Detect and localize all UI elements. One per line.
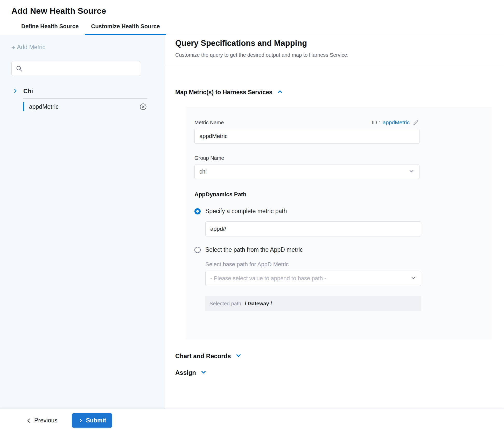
previous-label: Previous [34, 417, 57, 424]
metric-search-input[interactable] [11, 61, 141, 76]
metric-name-label: Metric Name [194, 120, 224, 126]
radio-complete-label: Specify a complete metric path [205, 208, 287, 215]
metric-search [11, 61, 141, 76]
add-health-source-dialog: Add New Health Source Define Health Sour… [0, 0, 504, 432]
submit-label: Submit [86, 417, 106, 424]
page-title: Add New Health Source [11, 6, 504, 16]
metric-tree: Chi appdMetric [11, 85, 149, 115]
id-prefix-label: ID : [372, 119, 380, 126]
pencil-icon [413, 119, 419, 126]
metric-name-input[interactable] [194, 129, 419, 144]
add-metric-button[interactable]: + Add Metric [11, 44, 45, 51]
metric-name-row: Metric Name ID : appdMetric [194, 119, 419, 126]
add-metric-label: Add Metric [17, 44, 45, 51]
chevron-right-icon[interactable] [12, 88, 18, 95]
metric-item-label: appdMetric [29, 103, 139, 110]
group-name-select[interactable]: chi [194, 164, 419, 179]
base-path-label: Select base path for AppD Metric [205, 261, 492, 268]
edit-id-button[interactable] [412, 119, 419, 126]
section-title: Query Specifications and Mapping [175, 39, 492, 48]
id-value-link[interactable]: appdMetric [383, 119, 410, 126]
chevron-down-icon[interactable] [200, 369, 207, 377]
metric-list-item-selected[interactable]: appdMetric [23, 99, 148, 115]
chevron-down-icon [410, 275, 416, 282]
radio-select-label: Select the path from the AppD metric [205, 246, 303, 253]
chevron-down-icon[interactable] [235, 352, 242, 360]
metrics-sidebar: + Add Metric Chi [0, 35, 165, 409]
chart-and-records-toggle[interactable]: Chart and Records [175, 352, 492, 360]
main-header: Query Specifications and Mapping Customi… [165, 35, 504, 65]
tab-define-health-source[interactable]: Define Health Source [15, 19, 85, 35]
radio-complete-metric-path[interactable]: Specify a complete metric path [194, 208, 492, 215]
map-metrics-section-title: Map Metric(s) to Harness Services [175, 89, 272, 96]
plus-icon: + [11, 45, 15, 50]
radio-selected-icon[interactable] [194, 208, 201, 214]
chevron-left-icon [26, 418, 32, 423]
previous-button[interactable]: Previous [26, 417, 57, 424]
base-path-placeholder: - Please select value to append to base … [210, 275, 326, 282]
selected-indicator [23, 102, 24, 111]
section-subtitle: Customize the query to get the desired o… [175, 52, 492, 58]
complete-path-wrap [205, 215, 492, 236]
selected-path-bar: Selected path / Gateway / [205, 296, 421, 311]
chevron-up-icon[interactable] [277, 88, 283, 96]
dialog-header: Add New Health Source [0, 0, 504, 19]
radio-unselected-icon[interactable] [194, 247, 201, 253]
metric-id: ID : appdMetric [372, 119, 419, 126]
chevron-right-icon [78, 418, 83, 423]
tab-customize-health-source[interactable]: Customize Health Source [85, 19, 166, 35]
main-body: Map Metric(s) to Harness Services Metric… [165, 65, 504, 409]
map-metrics-section-toggle[interactable]: Map Metric(s) to Harness Services [175, 88, 492, 96]
remove-circle-icon [139, 103, 147, 111]
assign-title: Assign [175, 369, 196, 376]
radio-select-appd-path[interactable]: Select the path from the AppD metric [194, 246, 492, 253]
appdynamics-path-title: AppDynamics Path [194, 191, 492, 198]
delete-metric-button[interactable] [139, 102, 148, 111]
group-name-label: Group Name [194, 155, 492, 161]
map-metrics-panel: Metric Name ID : appdMetric Gr [186, 107, 492, 339]
base-path-select[interactable]: - Please select value to append to base … [205, 271, 421, 286]
metric-group-row[interactable]: Chi [11, 85, 149, 98]
base-path-wrap: Select base path for AppD Metric - Pleas… [205, 261, 492, 311]
chevron-down-icon [408, 168, 415, 175]
complete-metric-path-input[interactable] [205, 221, 421, 236]
search-icon [16, 65, 23, 73]
main-panel: Query Specifications and Mapping Customi… [165, 35, 504, 409]
assign-toggle[interactable]: Assign [175, 369, 492, 377]
selected-path-label: Selected path [209, 301, 241, 307]
tab-bar: Define Health Source Customize Health So… [0, 19, 504, 35]
submit-button[interactable]: Submit [72, 413, 112, 428]
metric-group-label: Chi [23, 88, 33, 95]
group-name-value: chi [199, 168, 207, 175]
dialog-footer: Previous Submit [0, 409, 504, 432]
content-area: + Add Metric Chi [0, 35, 504, 409]
selected-path-value: / Gateway / [245, 301, 272, 307]
chart-and-records-title: Chart and Records [175, 352, 231, 360]
